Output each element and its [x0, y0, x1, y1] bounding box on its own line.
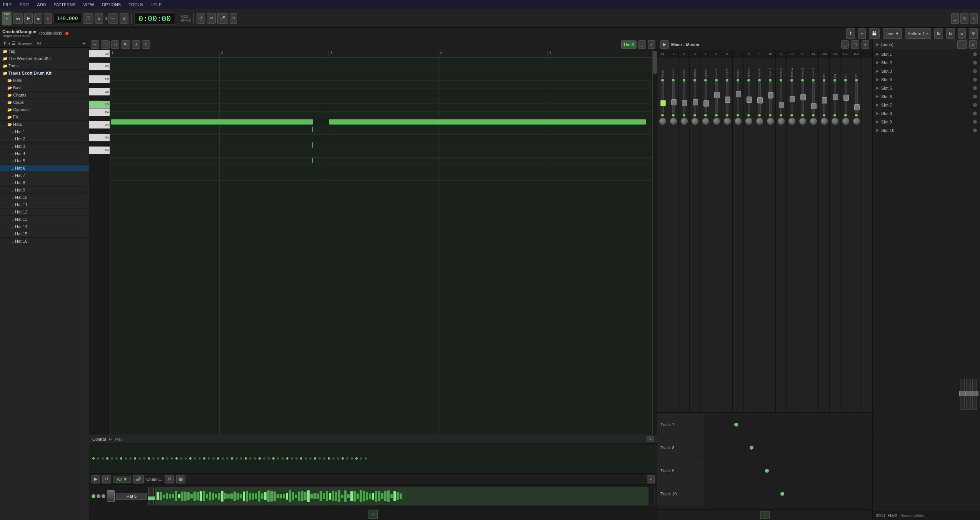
- browser-item-hat-4[interactable]: ♪Hat 4: [0, 150, 89, 157]
- arr-track-content-1[interactable]: [703, 436, 872, 459]
- piano-key-F5[interactable]: F5: [89, 63, 110, 70]
- mixer-fader-track-10[interactable]: [769, 82, 772, 113]
- mixer-fader-track-12[interactable]: [791, 82, 793, 113]
- volume-slider-thumb[interactable]: [148, 497, 155, 500]
- browser-item-hat-14[interactable]: ♪Hat 14: [0, 223, 89, 230]
- mixer-fader-8[interactable]: [747, 97, 752, 103]
- browser-item-tag[interactable]: 📁Tag: [0, 48, 89, 55]
- piano-key-C5[interactable]: C5: [89, 101, 110, 108]
- pr-scrollbar-thumb[interactable]: [653, 51, 657, 74]
- mixer-ch-label-7[interactable]: Insert 7: [737, 59, 739, 78]
- mixer-ch-label-13[interactable]: Insert 13: [801, 59, 804, 78]
- mixer-fader-6[interactable]: [725, 97, 730, 103]
- menu-file[interactable]: FILE: [2, 2, 13, 7]
- slot-item-5[interactable]: ▶Slot 6: [873, 92, 980, 101]
- maximize-button[interactable]: □: [960, 13, 968, 24]
- hat6-label-btn[interactable]: Hat 6: [621, 40, 637, 49]
- menu-edit[interactable]: EDIT: [18, 2, 31, 7]
- menu-help[interactable]: HELP: [149, 2, 163, 7]
- pat-button[interactable]: PAT ▶: [2, 12, 12, 25]
- minimize-button[interactable]: _: [951, 13, 959, 24]
- mixer-fader-15[interactable]: [822, 97, 827, 103]
- record-button[interactable]: ●: [44, 13, 52, 24]
- pr-close-btn[interactable]: ×: [648, 40, 655, 49]
- mixer-ch-label-14[interactable]: Insert 14: [812, 59, 815, 78]
- pr-redo-btn[interactable]: ↻: [142, 40, 150, 49]
- browser-item-hat-2[interactable]: ♪Hat 2: [0, 135, 89, 143]
- ch-grey-dot-2[interactable]: [102, 494, 105, 498]
- mixer-fader-track-13[interactable]: [802, 82, 804, 113]
- mixer-fader-1[interactable]: [671, 99, 677, 105]
- mixer-close-btn[interactable]: ×: [862, 40, 869, 49]
- mixer-knob-17[interactable]: [842, 118, 849, 125]
- pr-minimize-btn[interactable]: _: [638, 40, 646, 49]
- browser-item-chants[interactable]: 📂Chants: [0, 92, 89, 99]
- slot-item-0[interactable]: ▶Slot 1: [873, 50, 980, 58]
- add-channel-button[interactable]: +: [368, 510, 378, 519]
- piano-key-B4[interactable]: B4: [89, 108, 110, 116]
- browser-item-808s[interactable]: 📂808s: [0, 77, 89, 84]
- menu-patterns[interactable]: PATTERNS: [52, 2, 77, 7]
- browser-menu-icon[interactable]: ☰: [12, 41, 16, 46]
- pr-draw-btn[interactable]: ✏: [91, 40, 99, 49]
- pr-scrollbar-v[interactable]: [652, 50, 657, 435]
- browser-item-hat-1[interactable]: ♪Hat 1: [0, 128, 89, 135]
- mixer-fader-track-1[interactable]: [672, 82, 675, 113]
- mixer-ch-label-10[interactable]: Insert 10: [769, 59, 772, 78]
- mixer-view-btn[interactable]: ⊞: [934, 28, 943, 39]
- browser-item-hat-7[interactable]: ♪Hat 7: [0, 172, 89, 179]
- browser-item-toms[interactable]: 📁Toms: [0, 62, 89, 70]
- control-close-btn[interactable]: ×: [647, 436, 654, 442]
- mixer-ch-label-8[interactable]: Insert 8: [747, 59, 750, 78]
- mixer-fader-track-9[interactable]: [758, 82, 761, 113]
- browser-item-bass[interactable]: 📂Bass: [0, 84, 89, 92]
- mixer-arrow-btn[interactable]: ▶: [660, 40, 669, 49]
- mixer-knob-6[interactable]: [724, 118, 731, 125]
- mixer-knob-7[interactable]: [735, 118, 742, 125]
- note-block-1[interactable]: [111, 119, 313, 125]
- browser-item-hat-12[interactable]: ♪Hat 12: [0, 208, 89, 216]
- mixer-fader-10[interactable]: [768, 92, 773, 98]
- mixer-knob-12[interactable]: [788, 118, 795, 125]
- mixer-fader-11[interactable]: [779, 102, 784, 108]
- browser-item-travis-scott-drum-kit[interactable]: 📁Travis Scott Drum Kit: [0, 70, 89, 77]
- mixer-knob-2[interactable]: [681, 118, 688, 125]
- mixer-knob-11[interactable]: [778, 118, 785, 125]
- ch-bars-btn[interactable]: ▦: [176, 475, 185, 483]
- channel-knob-area[interactable]: [107, 490, 115, 502]
- browser-item-fx[interactable]: 📂FX: [0, 113, 89, 121]
- mixer-ch-label-6[interactable]: Insert 6: [726, 59, 728, 78]
- mixer-ch-label-2[interactable]: Insert 2: [683, 59, 685, 78]
- mixer-knob-1[interactable]: [670, 118, 677, 125]
- mixer-ch-label-15[interactable]: 100: [823, 59, 825, 78]
- mixer-fader-12[interactable]: [790, 96, 795, 102]
- slot-item-4[interactable]: ▶Slot 5: [873, 84, 980, 92]
- slot-item-9[interactable]: ▶Slot 10: [873, 126, 980, 135]
- slot-item-6[interactable]: ▶Slot 7: [873, 101, 980, 109]
- channel-rack-btn[interactable]: ≡: [958, 28, 966, 39]
- ch-speaker-btn[interactable]: 🔊: [133, 475, 144, 483]
- mixer-ch-label-16[interactable]: 101: [833, 59, 836, 78]
- browser-item-hat-9[interactable]: ♪Hat 9: [0, 187, 89, 194]
- right-fader-thumb-3[interactable]: [972, 391, 978, 396]
- pr-select-btn[interactable]: ⬚: [101, 40, 110, 49]
- undo-button[interactable]: ↺: [197, 13, 205, 24]
- wavetable-icon[interactable]: 〰: [108, 13, 118, 24]
- arr-track-content-2[interactable]: [703, 459, 872, 482]
- browser-item-hat-16[interactable]: ♪Hat 16: [0, 238, 89, 245]
- slots-close-btn[interactable]: ×: [969, 40, 977, 49]
- mixer-ch-label-18[interactable]: 103: [855, 59, 858, 78]
- mixer-icon[interactable]: ≡: [95, 13, 103, 24]
- mixer-knob-18[interactable]: [853, 118, 860, 125]
- mixer-knob-14[interactable]: [810, 118, 817, 125]
- piano-key-D5[interactable]: D5: [89, 88, 110, 96]
- piano-key-black[interactable]: [89, 142, 102, 147]
- menu-add[interactable]: ADD: [35, 2, 47, 7]
- browser-item-hat-8[interactable]: ♪Hat 8: [0, 179, 89, 187]
- mixer-ch-label-11[interactable]: Insert 11: [780, 59, 782, 78]
- channel-pitch-knob[interactable]: [107, 490, 115, 502]
- mixer-fader-track-18[interactable]: [855, 82, 858, 113]
- arr-track-content-3[interactable]: [703, 482, 872, 505]
- close-button[interactable]: ×: [970, 13, 978, 24]
- mixer-fader-0[interactable]: [660, 100, 666, 106]
